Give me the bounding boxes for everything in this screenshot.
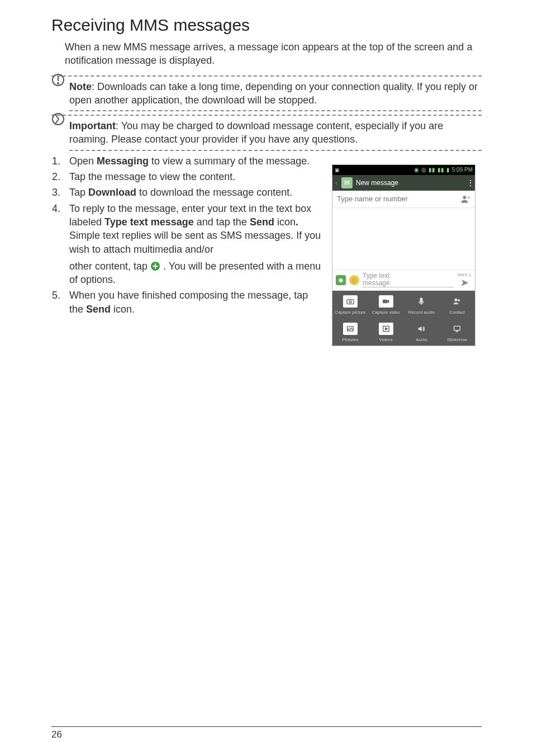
back-icon[interactable]: ‹ xyxy=(332,179,340,187)
message-icon: ✉ xyxy=(341,177,353,188)
microphone-icon xyxy=(414,295,429,308)
label: Record audio xyxy=(408,310,435,315)
text: Simple text replies will be sent as SMS … xyxy=(69,230,321,254)
camera-icon xyxy=(343,295,358,308)
phone-screenshot: ▣ ◉ ◎ ▮▮ ▮▮ ▮ 5:09 PM ‹ ✉ New message ⋮ xyxy=(332,164,475,346)
capture-video-button[interactable]: Capture video xyxy=(368,291,404,318)
text: Send xyxy=(86,304,111,315)
appbar-title: New message xyxy=(356,179,464,187)
text: Tap xyxy=(69,187,88,198)
svg-point-7 xyxy=(349,300,351,303)
smiley-icon[interactable]: ☺ xyxy=(349,275,359,285)
svg-rect-8 xyxy=(383,299,387,303)
play-icon xyxy=(379,323,393,335)
recipient-input[interactable] xyxy=(337,195,460,203)
step-2: Tap the message to view the content. xyxy=(51,170,322,183)
pictures-button[interactable]: Pictures xyxy=(332,318,368,346)
label: Audio xyxy=(416,337,427,342)
conversation-area xyxy=(332,208,475,270)
text: and tap the xyxy=(194,216,250,228)
audio-button[interactable]: Audio xyxy=(404,318,440,346)
videos-button[interactable]: Videos xyxy=(368,318,404,346)
attachment-grid: Capture picture Capture video Record aud… xyxy=(332,291,475,346)
step-4: To reply to the message, enter your text… xyxy=(51,202,322,287)
pictures-icon xyxy=(343,323,358,335)
sms-counter: SMS:1 xyxy=(457,272,472,277)
label: Videos xyxy=(379,337,392,342)
step-5: When you have finished composing the mes… xyxy=(51,289,322,316)
text: icon. xyxy=(111,304,135,315)
intro-paragraph: When a new MMS message arrives, a messag… xyxy=(65,40,482,68)
step-1: Open Messaging to view a summary of the … xyxy=(51,154,322,168)
text: other content, tap xyxy=(69,261,150,272)
text: to view a summary of the message. xyxy=(149,155,310,167)
capture-picture-button[interactable]: Capture picture xyxy=(332,291,368,318)
label: Slideshow xyxy=(447,337,467,342)
text: Open xyxy=(69,155,97,167)
page-number: 26 xyxy=(51,729,482,740)
step-3: Tap Download to download the message con… xyxy=(51,186,322,199)
wifi-icon: ◉ xyxy=(414,167,419,173)
important-icon xyxy=(51,112,65,126)
contact-icon xyxy=(450,295,464,308)
label: Capture video xyxy=(372,310,400,315)
note-label: Note xyxy=(69,81,92,92)
svg-point-2 xyxy=(58,83,59,84)
clock: 5:09 PM xyxy=(452,167,473,173)
overflow-menu-icon[interactable]: ⋮ xyxy=(464,178,475,187)
text: Send xyxy=(250,216,274,228)
compose-input[interactable]: Type text message xyxy=(363,272,454,287)
signal-icon: ▮▮ xyxy=(437,167,444,173)
note-text: Note: Downloads can take a long time, de… xyxy=(69,80,482,107)
text: message xyxy=(363,280,454,287)
slideshow-icon xyxy=(450,323,464,335)
record-audio-button[interactable]: Record audio xyxy=(404,291,440,318)
notification-icon: ▣ xyxy=(335,167,340,173)
footer-divider xyxy=(51,726,482,727)
label: Pictures xyxy=(342,337,358,342)
app-bar: ‹ ✉ New message ⋮ xyxy=(332,175,475,191)
svg-rect-6 xyxy=(347,299,354,304)
text: Messaging xyxy=(97,155,149,167)
important-body: : You may be charged to download message… xyxy=(69,120,443,145)
add-contact-icon[interactable] xyxy=(460,194,470,204)
note-body: : Downloads can take a long time, depend… xyxy=(69,81,478,106)
text: Download xyxy=(88,187,136,198)
contact-button[interactable]: Contact xyxy=(439,291,475,318)
divider xyxy=(51,75,482,77)
divider xyxy=(69,110,482,111)
svg-point-11 xyxy=(458,299,460,301)
add-attachment-icon xyxy=(150,261,160,271)
video-camera-icon xyxy=(379,295,393,308)
signal-icon: ▮▮ xyxy=(429,167,435,173)
svg-point-5 xyxy=(463,196,467,199)
emoji-icon[interactable]: ☻ xyxy=(336,275,346,285)
page-title: Receiving MMS messages xyxy=(51,16,482,35)
important-label: Important xyxy=(69,120,116,131)
location-icon: ◎ xyxy=(421,167,426,173)
important-text: Important: You may be charged to downloa… xyxy=(69,119,482,147)
send-icon[interactable]: ➤ xyxy=(457,277,472,288)
battery-icon: ▮ xyxy=(446,167,450,173)
svg-rect-9 xyxy=(420,298,422,303)
svg-rect-14 xyxy=(454,326,460,330)
speaker-icon xyxy=(414,323,429,335)
divider xyxy=(51,115,482,116)
label: Contact xyxy=(449,310,465,315)
slideshow-button[interactable]: Slideshow xyxy=(439,318,475,346)
status-bar: ▣ ◉ ◎ ▮▮ ▮▮ ▮ 5:09 PM xyxy=(332,165,475,175)
text: Type text message xyxy=(104,216,194,228)
text: icon xyxy=(274,216,296,228)
note-icon xyxy=(51,73,65,87)
divider xyxy=(69,150,482,151)
svg-point-10 xyxy=(454,298,457,301)
steps-list: Open Messaging to view a summary of the … xyxy=(51,154,322,316)
label: Capture picture xyxy=(335,310,366,315)
text: to download the message content. xyxy=(136,187,292,198)
